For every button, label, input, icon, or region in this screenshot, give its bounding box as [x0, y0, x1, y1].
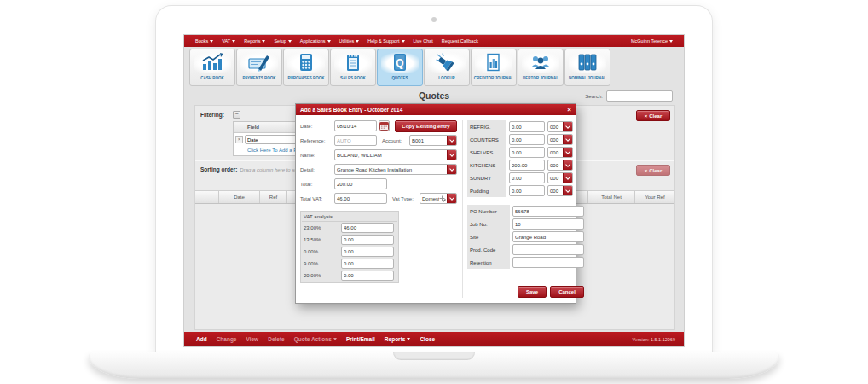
name-select[interactable]: BOLAND, WILLIAM — [334, 149, 457, 160]
toolbar-quotes[interactable]: Q QUOTES — [377, 49, 423, 86]
vat-amount-input[interactable] — [341, 223, 394, 233]
webcam-icon — [431, 17, 437, 22]
action-close[interactable]: Close — [420, 336, 435, 342]
remove-filter-button[interactable]: × — [235, 136, 243, 143]
department-amount-input[interactable] — [509, 160, 545, 171]
po-number-input[interactable] — [512, 206, 584, 217]
copy-existing-entry-button[interactable]: Copy Existing entry — [395, 120, 457, 132]
menu-applications[interactable]: Applications — [296, 35, 335, 47]
debtor-journal-icon — [522, 51, 559, 73]
prod-code-input[interactable] — [512, 244, 584, 255]
clear-filter-button[interactable]: × Clear — [636, 110, 670, 121]
menu-vat[interactable]: VAT — [217, 35, 240, 47]
menu-reports[interactable]: Reports — [240, 35, 269, 47]
po-number-label: PO Number — [467, 205, 510, 218]
column-header-ref[interactable]: Ref — [260, 191, 287, 203]
department-code-select[interactable]: 000 — [547, 121, 573, 132]
action-add[interactable]: Add — [196, 336, 207, 342]
chevron-down-icon[interactable] — [447, 194, 456, 203]
vat-amount-input[interactable] — [341, 271, 394, 281]
column-header-blank[interactable] — [195, 191, 219, 203]
chevron-down-icon[interactable] — [447, 136, 456, 145]
chevron-down-icon[interactable] — [563, 148, 572, 157]
toolbar-purchases-book[interactable]: PURCHASES BOOK — [283, 49, 329, 86]
department-amount-input[interactable] — [509, 121, 545, 132]
total-vat-input[interactable] — [334, 193, 387, 204]
toolbar-cash-book[interactable]: CASH BOOK — [189, 49, 235, 86]
column-header-your-ref[interactable]: Your Ref — [635, 191, 674, 203]
chevron-down-icon[interactable] — [563, 160, 572, 170]
total-input[interactable] — [334, 178, 387, 189]
menu-setup[interactable]: Setup — [269, 35, 295, 47]
vat-amount-input[interactable] — [341, 235, 394, 245]
action-quote-actions[interactable]: Quote Actions — [294, 336, 337, 342]
chevron-down-icon[interactable] — [447, 165, 456, 174]
clear-sorting-button[interactable]: × Clear — [636, 165, 670, 176]
chevron-down-icon[interactable] — [447, 150, 456, 160]
action-delete[interactable]: Delete — [268, 336, 285, 342]
detail-select[interactable]: Grange Road Kitchen Installation — [334, 164, 457, 175]
department-amount-input[interactable] — [509, 134, 545, 145]
dialog-right-column: REFRIG. 000 COUNTERS 000 SHELVES — [462, 120, 584, 298]
account-select[interactable]: B001 — [409, 135, 457, 146]
close-icon[interactable]: × — [567, 107, 571, 113]
dotted-divider — [467, 201, 584, 201]
action-print-email[interactable]: Print/Email — [346, 336, 375, 342]
add-sales-book-entry-dialog: Add a Sales Book Entry - October 2014 × … — [295, 103, 576, 304]
chevron-down-icon[interactable] — [563, 135, 572, 144]
vat-analysis-panel: VAT analysis 23.00% 13.50% 0.00% — [300, 211, 399, 283]
department-amount-input[interactable] — [509, 147, 545, 158]
vat-amount-input[interactable] — [341, 247, 394, 257]
user-menu[interactable]: McGuinn Terence — [627, 35, 677, 47]
toolbar-nominal-journal[interactable]: NOMINAL JOURNAL — [564, 49, 610, 86]
search-input[interactable] — [606, 90, 673, 102]
department-amount-input[interactable] — [509, 172, 545, 183]
menu-help-support[interactable]: Help & Support — [363, 35, 408, 47]
action-reports[interactable]: Reports — [385, 336, 411, 342]
calendar-icon[interactable] — [379, 120, 390, 131]
chevron-down-icon[interactable] — [563, 173, 572, 183]
toolbar-sales-book[interactable]: SALES BOOK — [330, 49, 376, 86]
site-input[interactable] — [512, 231, 584, 242]
vat-rate-label: 20.00% — [302, 273, 341, 278]
department-code-select[interactable]: 000 — [547, 172, 573, 183]
column-header-total-net[interactable]: Total Net — [588, 191, 635, 203]
vat-amount-input[interactable] — [341, 259, 394, 269]
toolbar-debtor-journal[interactable]: DEBTOR JOURNAL — [518, 49, 564, 86]
column-header-date[interactable]: Date — [219, 191, 260, 203]
department-code-select[interactable]: 000 — [547, 160, 573, 171]
toolbar-creditor-journal[interactable]: CREDITOR JOURNAL — [471, 49, 517, 86]
vat-type-select[interactable]: Domestic — [420, 193, 457, 204]
retention-input[interactable] — [512, 257, 584, 268]
toolbar-lookup[interactable]: LOOKUP — [424, 49, 470, 86]
job-field-row: PO Number — [467, 205, 584, 218]
filtering-collapse-button[interactable]: − — [233, 111, 240, 119]
dialog-left-column: Date: Copy Existing entry Reference: Acc… — [300, 120, 457, 298]
job-no-input[interactable] — [512, 218, 584, 230]
department-code-select[interactable]: 000 — [547, 147, 573, 158]
action-change[interactable]: Change — [217, 336, 237, 342]
vat-type-label: Vat Type: — [392, 196, 418, 201]
chevron-down-icon[interactable] — [563, 122, 572, 131]
save-button[interactable]: Save — [518, 286, 547, 298]
action-view[interactable]: View — [246, 336, 258, 342]
menu-request-callback[interactable]: Request Callback — [437, 35, 483, 47]
toolbar-payments-book[interactable]: PAYMENTS BOOK — [236, 49, 282, 86]
department-code-select[interactable]: 000 — [547, 185, 573, 196]
department-code-select[interactable]: 000 — [547, 134, 573, 145]
department-amount-input[interactable] — [509, 185, 545, 196]
chevron-down-icon[interactable] — [563, 186, 572, 195]
menu-utilities[interactable]: Utilities — [335, 35, 364, 47]
date-input[interactable] — [334, 120, 377, 131]
retention-label: Retention — [467, 256, 510, 269]
menu-live-chat[interactable]: Live Chat — [409, 35, 437, 47]
job-field-row: Prod. Code — [467, 243, 584, 256]
sorting-row: Sorting order:Drag a column here to sort — [200, 166, 300, 172]
cancel-button[interactable]: Cancel — [550, 286, 584, 298]
app-screen: Books VAT Reports Setup Applications Uti… — [183, 34, 685, 347]
site-label: Site — [467, 230, 510, 243]
menu-books[interactable]: Books — [191, 35, 217, 47]
version-text: Version: 1.5.1.12969 — [633, 337, 675, 342]
main-toolbar: CASH BOOK PAYMENTS BOOK PURCHASES BOOK S… — [189, 49, 610, 86]
department-label: COUNTERS — [467, 133, 506, 146]
